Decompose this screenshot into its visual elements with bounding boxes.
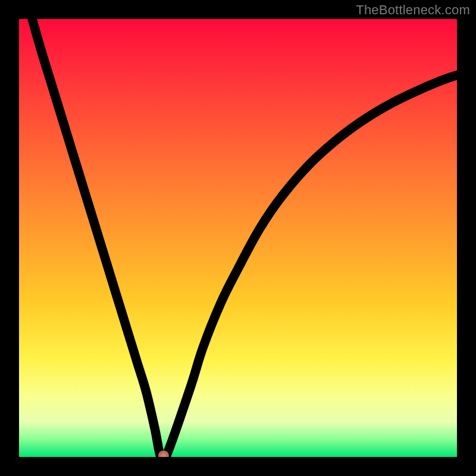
chart-frame: TheBottleneck.com <box>0 0 476 476</box>
watermark-text: TheBottleneck.com <box>356 2 470 18</box>
plot-area <box>19 19 457 457</box>
minimum-marker <box>159 452 167 457</box>
curve-path <box>32 19 457 457</box>
bottleneck-curve <box>19 19 457 457</box>
